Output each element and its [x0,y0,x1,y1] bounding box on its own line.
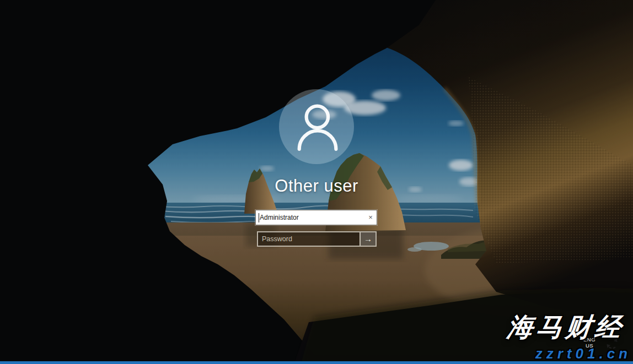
clear-username-button[interactable]: × [364,210,377,225]
watermark-title: 海马财经 [506,310,626,345]
watermark-url: zzrt01.cn [535,345,631,362]
login-screen: Other user × → ENG US 海马财经 zzrt01.cn [0,0,633,364]
username-field: × [255,210,377,225]
username-input[interactable] [256,210,364,225]
text-caret [259,213,259,222]
other-user-label: Other user [206,176,427,196]
user-icon [279,89,354,164]
password-field: → [257,231,377,247]
password-submit-button[interactable]: → [360,232,375,246]
password-input[interactable] [258,232,360,246]
bottom-accent-bar [0,361,633,364]
user-avatar [279,89,354,164]
